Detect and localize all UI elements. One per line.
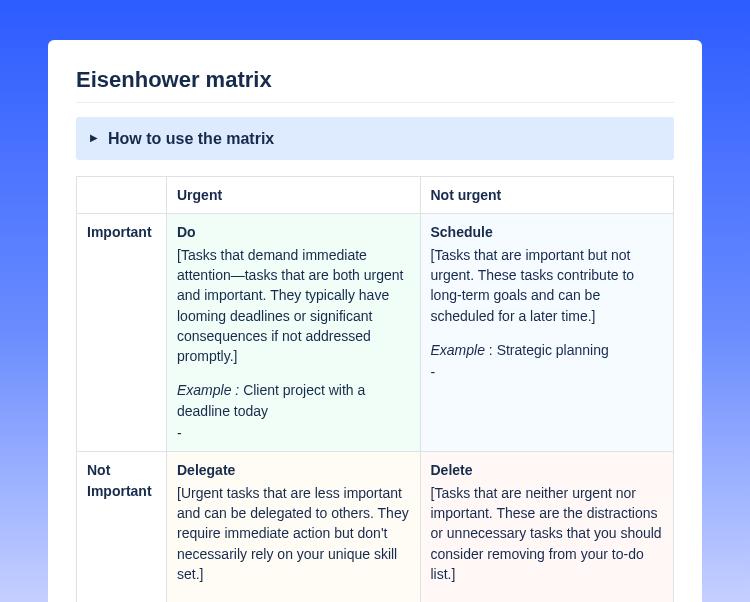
quadrant-delegate[interactable]: Delegate [Urgent tasks that are less imp… (167, 452, 421, 602)
corner-cell (77, 177, 167, 214)
do-title: Do (177, 222, 410, 242)
document-page: Eisenhower matrix ▶ How to use the matri… (48, 40, 702, 602)
delete-example: Example : Non-essential meetings with no… (431, 598, 664, 602)
delegate-example: Example : Routine reports that could be … (177, 598, 410, 602)
do-example: Example : Client project with a deadline… (177, 380, 410, 421)
delegate-desc: [Urgent tasks that are less important an… (177, 483, 410, 584)
quadrant-delete[interactable]: Delete [Tasks that are neither urgent no… (420, 452, 674, 602)
row-header-not-important: Not Important (77, 452, 167, 602)
quadrant-do[interactable]: Do [Tasks that demand immediate attentio… (167, 214, 421, 452)
matrix-table: Urgent Not urgent Important Do [Tasks th… (76, 176, 674, 602)
do-desc: [Tasks that demand immediate attention—t… (177, 245, 410, 367)
delete-title: Delete (431, 460, 664, 480)
schedule-title: Schedule (431, 222, 664, 242)
schedule-bullet: - (431, 362, 664, 382)
row-header-important: Important (77, 214, 167, 452)
quadrant-schedule[interactable]: Schedule [Tasks that are important but n… (420, 214, 674, 452)
howto-expand[interactable]: ▶ How to use the matrix (76, 117, 674, 160)
triangle-right-icon: ▶ (90, 131, 98, 146)
page-title: Eisenhower matrix (76, 64, 674, 103)
col-header-not-urgent: Not urgent (420, 177, 674, 214)
col-header-urgent: Urgent (167, 177, 421, 214)
howto-label: How to use the matrix (108, 127, 274, 150)
do-bullet: - (177, 423, 410, 443)
schedule-desc: [Tasks that are important but not urgent… (431, 245, 664, 326)
delegate-title: Delegate (177, 460, 410, 480)
schedule-example: Example : Strategic planning (431, 340, 664, 360)
delete-desc: [Tasks that are neither urgent nor impor… (431, 483, 664, 584)
